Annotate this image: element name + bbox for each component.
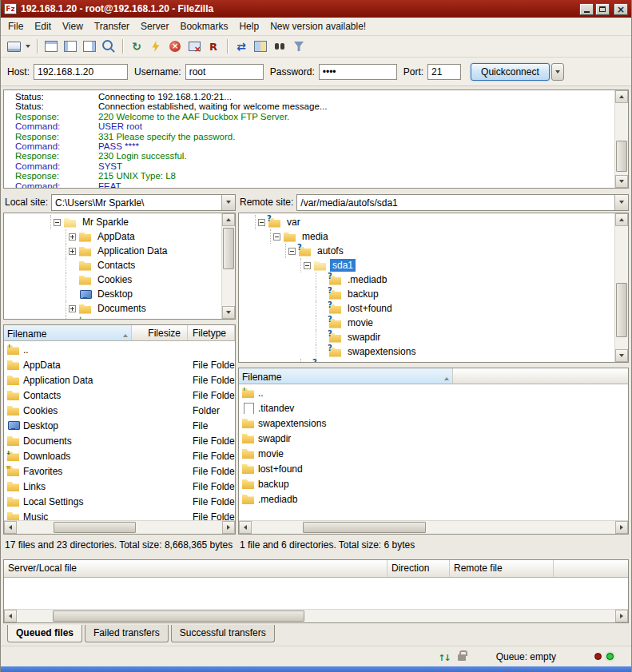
expander-icon[interactable] bbox=[304, 262, 311, 269]
column-header-filename[interactable]: Filename bbox=[4, 325, 132, 340]
tree-row[interactable]: var bbox=[240, 215, 614, 229]
file-row[interactable]: swapextensions bbox=[239, 416, 628, 431]
scrollbar-thumb[interactable] bbox=[303, 522, 427, 533]
queue-hscrollbar[interactable] bbox=[4, 609, 628, 622]
scrollbar-thumb[interactable] bbox=[616, 141, 627, 173]
tree-row[interactable]: Desktop bbox=[6, 287, 221, 301]
expander-icon[interactable] bbox=[69, 305, 76, 312]
scroll-down-icon[interactable] bbox=[615, 175, 628, 188]
scroll-right-icon[interactable] bbox=[222, 521, 235, 534]
file-row[interactable]: movie bbox=[239, 446, 628, 461]
file-row[interactable]: Downloads File Folder bbox=[4, 448, 235, 463]
remote-tree-scrollbar[interactable] bbox=[614, 213, 628, 362]
password-input[interactable] bbox=[319, 64, 397, 80]
file-row[interactable]: Music File Folder bbox=[4, 509, 235, 520]
expander-icon[interactable] bbox=[54, 219, 61, 226]
file-row[interactable]: .. bbox=[239, 385, 628, 400]
file-row[interactable]: Local Settings File Folder bbox=[4, 494, 235, 509]
site-manager-dropdown-icon[interactable] bbox=[23, 38, 33, 55]
tree-row[interactable]: .mediadb bbox=[240, 272, 614, 287]
maximize-button[interactable] bbox=[595, 3, 610, 15]
remote-site-combobox[interactable]: /var/media/autofs/sda1 bbox=[296, 194, 629, 211]
column-header-server-local-file[interactable]: Server/Local file bbox=[4, 560, 388, 577]
file-row[interactable]: Application Data File Folder bbox=[4, 372, 235, 388]
local-site-combobox[interactable]: C:\Users\Mr Sparkle\ bbox=[51, 194, 236, 211]
log-scrollbar[interactable] bbox=[614, 90, 628, 188]
combo-dropdown-icon[interactable] bbox=[614, 195, 628, 210]
menu-item[interactable]: Transfer bbox=[89, 18, 135, 34]
username-input[interactable] bbox=[185, 64, 264, 80]
find-files-icon[interactable] bbox=[270, 38, 289, 55]
expander-icon[interactable] bbox=[258, 219, 265, 226]
combo-dropdown-icon[interactable] bbox=[221, 195, 235, 210]
column-header-filename[interactable]: Filename bbox=[239, 368, 453, 384]
local-tree-scrollbar[interactable] bbox=[221, 213, 235, 319]
filter-icon[interactable] bbox=[289, 38, 308, 55]
scroll-right-icon[interactable] bbox=[615, 521, 628, 534]
tree-row[interactable]: Documents bbox=[6, 301, 221, 316]
scroll-up-icon[interactable] bbox=[222, 213, 235, 226]
tree-row[interactable]: Mr Sparkle bbox=[6, 215, 221, 229]
file-row[interactable]: AppData File Folder bbox=[4, 357, 235, 372]
scroll-right-icon[interactable] bbox=[615, 610, 628, 622]
column-header-remote-file[interactable]: Remote file bbox=[450, 560, 554, 577]
expander-icon[interactable] bbox=[69, 233, 76, 241]
file-row[interactable]: .titandev bbox=[239, 400, 628, 416]
menu-item[interactable]: New version available! bbox=[264, 18, 372, 34]
menu-item[interactable]: Server bbox=[135, 18, 174, 34]
tree-row[interactable]: backup bbox=[240, 287, 614, 301]
file-row[interactable]: Favorites File Folder bbox=[4, 463, 235, 479]
quickconnect-dropdown-icon[interactable] bbox=[551, 63, 564, 81]
tree-row[interactable]: media bbox=[240, 229, 614, 244]
toggle-queue-icon[interactable] bbox=[99, 38, 118, 55]
disconnect-icon[interactable] bbox=[185, 38, 204, 55]
toggle-remote-tree-icon[interactable] bbox=[80, 38, 99, 55]
scroll-down-icon[interactable] bbox=[615, 349, 628, 362]
synchronized-browsing-icon[interactable] bbox=[232, 38, 251, 55]
scrollbar-thumb[interactable] bbox=[53, 610, 304, 622]
refresh-icon[interactable] bbox=[127, 38, 146, 55]
tree-row[interactable]: autofs bbox=[240, 244, 614, 258]
file-row[interactable]: lost+found bbox=[239, 461, 628, 476]
minimize-button[interactable] bbox=[579, 3, 594, 15]
menu-item[interactable]: View bbox=[57, 18, 89, 34]
port-input[interactable] bbox=[427, 64, 461, 80]
tree-row[interactable]: AppData bbox=[6, 229, 221, 244]
file-row[interactable]: .. bbox=[4, 342, 235, 357]
scroll-up-icon[interactable] bbox=[615, 90, 628, 103]
cancel-icon[interactable] bbox=[165, 38, 185, 55]
tree-row[interactable]: Application Data bbox=[6, 244, 221, 258]
tree-row[interactable]: movie bbox=[240, 316, 614, 330]
column-header-direction[interactable]: Direction bbox=[388, 560, 450, 577]
scroll-left-icon[interactable] bbox=[239, 521, 252, 534]
close-button[interactable] bbox=[614, 3, 628, 15]
queue-tab[interactable]: Queued files bbox=[7, 625, 82, 642]
toggle-message-log-icon[interactable] bbox=[42, 38, 61, 55]
scrollbar-thumb[interactable] bbox=[616, 283, 627, 337]
site-manager-icon[interactable] bbox=[4, 38, 23, 55]
file-row[interactable]: Cookies Folder bbox=[4, 403, 235, 418]
menu-item[interactable]: File bbox=[2, 18, 29, 34]
quickconnect-button[interactable]: Quickconnect bbox=[471, 63, 550, 81]
column-header-filetype[interactable]: Filetype bbox=[188, 325, 235, 340]
tree-row[interactable]: Downloads bbox=[6, 316, 221, 319]
menu-item[interactable]: Bookmarks bbox=[174, 18, 233, 34]
tree-row[interactable]: lost+found bbox=[240, 301, 614, 316]
file-row[interactable]: swapdir bbox=[239, 431, 628, 446]
tree-row[interactable]: dvd bbox=[240, 359, 614, 362]
queue-tab[interactable]: Failed transfers bbox=[85, 625, 169, 642]
reconnect-icon[interactable] bbox=[204, 38, 223, 55]
tree-row[interactable]: swapextensions bbox=[240, 344, 614, 359]
file-row[interactable]: Documents File Folder bbox=[4, 433, 235, 448]
file-row[interactable]: .mediadb bbox=[239, 491, 628, 507]
queue-tab[interactable]: Successful transfers bbox=[171, 625, 275, 642]
expander-icon[interactable] bbox=[69, 248, 76, 255]
scroll-down-icon[interactable] bbox=[222, 306, 235, 319]
column-header-filesize[interactable]: Filesize bbox=[132, 325, 188, 340]
toggle-local-tree-icon[interactable] bbox=[61, 38, 80, 55]
file-row[interactable]: Contacts File Folder bbox=[4, 388, 235, 403]
menu-item[interactable]: Help bbox=[233, 18, 264, 34]
file-row[interactable]: Links File Folder bbox=[4, 479, 235, 494]
scrollbar-thumb[interactable] bbox=[223, 228, 234, 269]
scroll-up-icon[interactable] bbox=[615, 213, 628, 226]
